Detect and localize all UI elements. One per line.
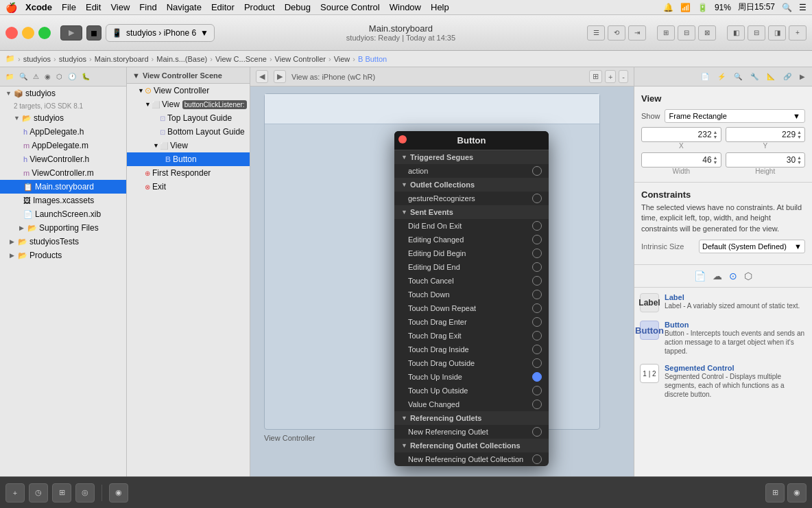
menu-icon[interactable]: ☰ (799, 3, 807, 12)
popup-circle-1[interactable] (532, 235, 542, 244)
popup-row-touch-up-inside[interactable]: Touch Up Inside (394, 370, 549, 384)
outline-item-bottom-layout[interactable]: ⊡ Bottom Layout Guide (127, 125, 250, 139)
canvas-zoom-in[interactable]: + (605, 70, 616, 83)
run-button[interactable]: ▶ (60, 25, 82, 41)
menu-view[interactable]: View (110, 2, 130, 12)
popup-row-editing-did-end[interactable]: Editing Did End (394, 260, 549, 274)
sidebar-warning-icon[interactable]: ⚠ (32, 71, 40, 82)
menu-source-control[interactable]: Source Control (320, 2, 380, 12)
popup-section-ref-outlet-collections[interactable]: ▼ Referencing Outlet Collections (394, 439, 549, 452)
popup-row-editing-changed[interactable]: Editing Changed (394, 233, 549, 246)
view-standard[interactable]: ⊞ (657, 25, 675, 41)
show-select[interactable]: Frame Rectangle ▼ (665, 109, 805, 123)
sidebar-item-studyios-folder[interactable]: ▼ 📂 studyios (0, 111, 126, 125)
add-button[interactable]: + (789, 25, 807, 41)
menu-window[interactable]: Window (390, 2, 421, 12)
popup-circle-10[interactable] (532, 358, 542, 368)
inspector-size[interactable]: 📐 (764, 71, 778, 82)
sidebar-folder-icon[interactable]: 📁 (4, 71, 15, 82)
selector-icon-1[interactable]: 📄 (694, 270, 706, 281)
outline-item-vc[interactable]: ▼ ⊙ View Controller (127, 84, 250, 97)
view-navigator-toggle[interactable]: ☰ (587, 25, 605, 41)
breadcrumb-item-0[interactable]: 📁 (5, 54, 15, 63)
outline-item-view[interactable]: ▼ ⬜ View (127, 139, 250, 152)
menu-find[interactable]: Find (139, 2, 156, 12)
popup-row-new-ref-outlet[interactable]: New Referencing Outlet (394, 425, 549, 439)
popup-row-touch-down-repeat[interactable]: Touch Down Repeat (394, 301, 549, 315)
outline-item-button[interactable]: B Button (127, 152, 250, 166)
sidebar-bug-icon[interactable]: 🐛 (80, 71, 91, 82)
x-increment[interactable]: ▲ (713, 130, 718, 135)
canvas-nav-back[interactable]: ◀ (256, 70, 268, 83)
stop-button[interactable]: ◼ (86, 25, 102, 41)
breadcrumb-item-4[interactable]: Main.s...(Base) (156, 55, 207, 63)
popup-circle-12[interactable] (532, 386, 542, 395)
popup-circle-gesture[interactable] (532, 194, 542, 203)
popup-row-touch-down[interactable]: Touch Down (394, 288, 549, 301)
sidebar-item-products[interactable]: ▶ 📂 Products (0, 249, 126, 262)
popup-circle-4[interactable] (532, 276, 542, 286)
popup-circle-7[interactable] (532, 317, 542, 327)
popup-circle-11[interactable] (532, 372, 542, 382)
h-decrement[interactable]: ▼ (797, 160, 802, 165)
popup-circle-0[interactable] (532, 221, 542, 231)
sidebar-error-icon[interactable]: ◉ (43, 71, 52, 82)
popup-row-gesture[interactable]: gestureRecognizers (394, 192, 549, 205)
selector-icon-2[interactable]: ☁ (713, 270, 722, 281)
popup-section-sent-events[interactable]: ▼ Sent Events (394, 205, 549, 219)
object-item-button[interactable]: Button Button Button - Intercepts touch … (640, 321, 807, 356)
outline-item-exit[interactable]: ⊗ Exit (127, 180, 250, 194)
intrinsic-select[interactable]: Default (System Defined) ▼ (699, 240, 805, 253)
menu-editor[interactable]: Editor (211, 2, 235, 12)
breadcrumb-item-6[interactable]: View Controller (275, 55, 326, 63)
popup-section-outlets[interactable]: ▼ Outlet Collections (394, 178, 549, 192)
maximize-button[interactable] (38, 27, 51, 39)
popup-row-touch-cancel[interactable]: Touch Cancel (394, 274, 549, 288)
status-mem-btn[interactable]: ⊞ (52, 483, 71, 503)
popup-row-new-ref-outlet-collection[interactable]: New Referencing Outlet Collection (394, 452, 549, 466)
inspector-more[interactable]: ▶ (797, 71, 808, 82)
popup-circle-2[interactable] (532, 249, 542, 258)
hide-navigator[interactable]: ◧ (727, 25, 745, 41)
status-cycle-btn[interactable]: ◉ (787, 483, 807, 503)
scheme-selector[interactable]: 📱 studyios › iPhone 6 ▼ (106, 24, 215, 42)
popup-row-touch-drag-outside[interactable]: Touch Drag Outside (394, 356, 549, 370)
popup-circle-ref[interactable] (532, 427, 542, 437)
status-grid-btn[interactable]: ⊞ (765, 483, 785, 503)
view-version[interactable]: ⊠ (698, 25, 716, 41)
popup-section-triggered[interactable]: ▼ Triggered Segues (394, 150, 549, 164)
sidebar-item-appdelegateh[interactable]: h AppDelegate.h (0, 125, 126, 139)
popup-circle-ref-coll[interactable] (532, 454, 542, 464)
sidebar-search-icon[interactable]: 🔍 (18, 71, 29, 82)
breadcrumb-item-8[interactable]: B Button (358, 55, 387, 63)
outline-item-top-layout[interactable]: ⊡ Top Layout Guide (127, 111, 250, 125)
h-input[interactable]: 30 ▲ ▼ (726, 152, 806, 168)
menu-help[interactable]: Help (431, 2, 449, 12)
y-decrement[interactable]: ▼ (797, 135, 802, 139)
popup-circle-8[interactable] (532, 331, 542, 340)
view-debug-toggle[interactable]: ⟲ (608, 25, 625, 41)
sidebar-item-appdelegatem[interactable]: m AppDelegate.m (0, 139, 126, 152)
h-increment[interactable]: ▲ (797, 155, 802, 160)
sidebar-item-tests[interactable]: ▶ 📂 studyiosTests (0, 235, 126, 249)
popup-row-editing-did-begin[interactable]: Editing Did Begin (394, 246, 549, 260)
sidebar-item-viewcontrollerh[interactable]: h ViewController.h (0, 152, 126, 166)
hide-inspector[interactable]: ◨ (768, 25, 786, 41)
popup-close-button[interactable] (398, 135, 407, 143)
inspector-quick[interactable]: ⚡ (715, 71, 728, 82)
y-input[interactable]: 229 ▲ ▼ (726, 127, 806, 142)
close-button[interactable] (5, 27, 18, 39)
view-assistant-toggle[interactable]: ⇥ (628, 25, 646, 41)
status-timer-btn[interactable]: ◷ (29, 483, 48, 503)
outline-item-view-top[interactable]: ▼ ⬜ View buttonClickListener: (127, 97, 250, 111)
x-decrement[interactable]: ▼ (713, 135, 718, 139)
breadcrumb-item-7[interactable]: View (334, 55, 350, 63)
sidebar-item-viewcontrollerm[interactable]: m ViewController.m (0, 166, 126, 180)
popup-row-touch-drag-enter[interactable]: Touch Drag Enter (394, 315, 549, 329)
popup-circle-13[interactable] (532, 400, 542, 409)
object-item-segmented[interactable]: 1 | 2 Segmented Control Segmented Contro… (640, 364, 807, 399)
sidebar-item-images[interactable]: 🖼 Images.xcassets (0, 194, 126, 207)
inspector-connections[interactable]: 🔗 (780, 71, 794, 82)
status-add-btn[interactable]: + (5, 483, 25, 503)
popup-circle-9[interactable] (532, 345, 542, 354)
